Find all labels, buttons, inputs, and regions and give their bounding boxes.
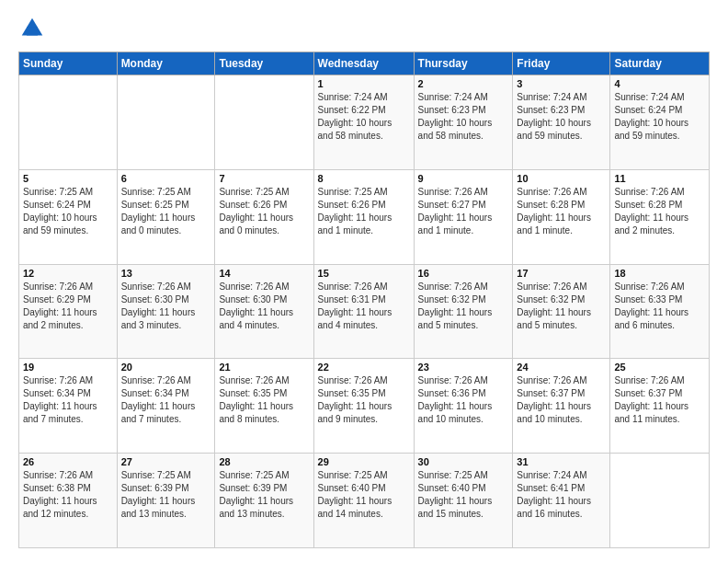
day-number: 23 [418, 362, 509, 373]
day-number: 9 [418, 173, 509, 184]
day-number: 4 [614, 78, 705, 89]
calendar-cell [117, 75, 215, 170]
day-number: 3 [517, 78, 606, 89]
day-info: Sunrise: 7:24 AM Sunset: 6:23 PM Dayligh… [418, 91, 509, 143]
day-info: Sunrise: 7:26 AM Sunset: 6:30 PM Dayligh… [219, 281, 309, 332]
calendar-week-row: 1Sunrise: 7:24 AM Sunset: 6:22 PM Daylig… [19, 75, 710, 170]
calendar-cell: 28Sunrise: 7:25 AM Sunset: 6:39 PM Dayli… [215, 454, 313, 548]
day-number: 27 [121, 456, 211, 467]
calendar-cell: 7Sunrise: 7:25 AM Sunset: 6:26 PM Daylig… [215, 169, 313, 264]
calendar-week-row: 26Sunrise: 7:26 AM Sunset: 6:38 PM Dayli… [19, 454, 710, 548]
day-info: Sunrise: 7:25 AM Sunset: 6:26 PM Dayligh… [219, 186, 309, 237]
day-info: Sunrise: 7:24 AM Sunset: 6:24 PM Dayligh… [614, 91, 705, 143]
calendar-cell: 27Sunrise: 7:25 AM Sunset: 6:39 PM Dayli… [117, 454, 215, 548]
calendar-cell [215, 75, 313, 170]
header [18, 15, 710, 42]
day-number: 21 [219, 362, 309, 373]
calendar-cell [610, 454, 710, 548]
calendar-cell: 15Sunrise: 7:26 AM Sunset: 6:31 PM Dayli… [313, 264, 414, 359]
day-number: 24 [517, 362, 606, 373]
day-info: Sunrise: 7:26 AM Sunset: 6:31 PM Dayligh… [318, 281, 410, 332]
day-number: 18 [614, 268, 705, 279]
day-number: 16 [418, 268, 509, 279]
day-number: 6 [121, 173, 211, 184]
day-info: Sunrise: 7:26 AM Sunset: 6:38 PM Dayligh… [23, 469, 113, 521]
day-info: Sunrise: 7:26 AM Sunset: 6:32 PM Dayligh… [517, 281, 606, 332]
calendar-cell: 29Sunrise: 7:25 AM Sunset: 6:40 PM Dayli… [313, 454, 414, 548]
calendar-cell: 20Sunrise: 7:26 AM Sunset: 6:34 PM Dayli… [117, 359, 215, 454]
day-info: Sunrise: 7:26 AM Sunset: 6:29 PM Dayligh… [23, 281, 113, 332]
day-number: 1 [318, 78, 410, 89]
calendar-cell: 24Sunrise: 7:26 AM Sunset: 6:37 PM Dayli… [513, 359, 610, 454]
day-info: Sunrise: 7:26 AM Sunset: 6:34 PM Dayligh… [23, 374, 113, 426]
day-info: Sunrise: 7:25 AM Sunset: 6:26 PM Dayligh… [318, 186, 410, 237]
calendar-week-row: 12Sunrise: 7:26 AM Sunset: 6:29 PM Dayli… [19, 264, 710, 359]
calendar-cell: 4Sunrise: 7:24 AM Sunset: 6:24 PM Daylig… [610, 75, 710, 170]
day-of-week-header: Monday [117, 52, 215, 75]
logo [18, 15, 50, 42]
day-info: Sunrise: 7:26 AM Sunset: 6:28 PM Dayligh… [614, 186, 705, 237]
calendar-cell: 18Sunrise: 7:26 AM Sunset: 6:33 PM Dayli… [610, 264, 710, 359]
day-info: Sunrise: 7:24 AM Sunset: 6:22 PM Dayligh… [318, 91, 410, 143]
day-info: Sunrise: 7:25 AM Sunset: 6:24 PM Dayligh… [23, 186, 113, 237]
day-info: Sunrise: 7:25 AM Sunset: 6:40 PM Dayligh… [418, 469, 509, 521]
calendar-cell: 6Sunrise: 7:25 AM Sunset: 6:25 PM Daylig… [117, 169, 215, 264]
calendar-cell: 2Sunrise: 7:24 AM Sunset: 6:23 PM Daylig… [414, 75, 513, 170]
calendar-cell: 1Sunrise: 7:24 AM Sunset: 6:22 PM Daylig… [313, 75, 414, 170]
day-number: 14 [219, 268, 309, 279]
day-of-week-header: Sunday [19, 52, 118, 75]
day-number: 12 [23, 268, 113, 279]
day-of-week-header: Friday [513, 52, 610, 75]
day-number: 19 [23, 362, 113, 373]
day-number: 8 [318, 173, 410, 184]
calendar-cell: 11Sunrise: 7:26 AM Sunset: 6:28 PM Dayli… [610, 169, 710, 264]
day-number: 31 [517, 456, 606, 467]
day-info: Sunrise: 7:25 AM Sunset: 6:39 PM Dayligh… [121, 469, 211, 521]
day-number: 11 [614, 173, 705, 184]
day-number: 15 [318, 268, 410, 279]
day-number: 20 [121, 362, 211, 373]
day-of-week-header: Wednesday [313, 52, 414, 75]
day-info: Sunrise: 7:26 AM Sunset: 6:37 PM Dayligh… [517, 374, 606, 426]
calendar-cell: 31Sunrise: 7:24 AM Sunset: 6:41 PM Dayli… [513, 454, 610, 548]
calendar-cell: 30Sunrise: 7:25 AM Sunset: 6:40 PM Dayli… [414, 454, 513, 548]
day-info: Sunrise: 7:26 AM Sunset: 6:28 PM Dayligh… [517, 186, 606, 237]
calendar-cell: 5Sunrise: 7:25 AM Sunset: 6:24 PM Daylig… [19, 169, 118, 264]
calendar: SundayMondayTuesdayWednesdayThursdayFrid… [18, 52, 710, 548]
calendar-cell: 25Sunrise: 7:26 AM Sunset: 6:37 PM Dayli… [610, 359, 710, 454]
calendar-cell: 10Sunrise: 7:26 AM Sunset: 6:28 PM Dayli… [513, 169, 610, 264]
day-number: 5 [23, 173, 113, 184]
calendar-cell: 14Sunrise: 7:26 AM Sunset: 6:30 PM Dayli… [215, 264, 313, 359]
day-number: 10 [517, 173, 606, 184]
calendar-cell: 9Sunrise: 7:26 AM Sunset: 6:27 PM Daylig… [414, 169, 513, 264]
day-info: Sunrise: 7:25 AM Sunset: 6:39 PM Dayligh… [219, 469, 309, 521]
day-info: Sunrise: 7:26 AM Sunset: 6:30 PM Dayligh… [121, 281, 211, 332]
calendar-cell: 3Sunrise: 7:24 AM Sunset: 6:23 PM Daylig… [513, 75, 610, 170]
day-info: Sunrise: 7:26 AM Sunset: 6:33 PM Dayligh… [614, 281, 705, 332]
day-number: 25 [614, 362, 705, 373]
day-info: Sunrise: 7:25 AM Sunset: 6:40 PM Dayligh… [318, 469, 410, 521]
day-info: Sunrise: 7:26 AM Sunset: 6:32 PM Dayligh… [418, 281, 509, 332]
day-number: 22 [318, 362, 410, 373]
svg-rect-1 [27, 28, 38, 36]
day-of-week-header: Tuesday [215, 52, 313, 75]
day-number: 28 [219, 456, 309, 467]
day-number: 29 [318, 456, 410, 467]
day-number: 2 [418, 78, 509, 89]
day-info: Sunrise: 7:26 AM Sunset: 6:37 PM Dayligh… [614, 374, 705, 426]
logo-icon [18, 15, 46, 42]
day-info: Sunrise: 7:26 AM Sunset: 6:27 PM Dayligh… [418, 186, 509, 237]
day-number: 7 [219, 173, 309, 184]
calendar-cell: 13Sunrise: 7:26 AM Sunset: 6:30 PM Dayli… [117, 264, 215, 359]
day-info: Sunrise: 7:24 AM Sunset: 6:23 PM Dayligh… [517, 91, 606, 143]
page: SundayMondayTuesdayWednesdayThursdayFrid… [0, 0, 728, 563]
calendar-cell: 16Sunrise: 7:26 AM Sunset: 6:32 PM Dayli… [414, 264, 513, 359]
day-number: 13 [121, 268, 211, 279]
day-of-week-header: Saturday [610, 52, 710, 75]
calendar-cell [19, 75, 118, 170]
calendar-cell: 12Sunrise: 7:26 AM Sunset: 6:29 PM Dayli… [19, 264, 118, 359]
calendar-week-row: 19Sunrise: 7:26 AM Sunset: 6:34 PM Dayli… [19, 359, 710, 454]
day-info: Sunrise: 7:26 AM Sunset: 6:35 PM Dayligh… [219, 374, 309, 426]
calendar-cell: 23Sunrise: 7:26 AM Sunset: 6:36 PM Dayli… [414, 359, 513, 454]
day-info: Sunrise: 7:26 AM Sunset: 6:35 PM Dayligh… [318, 374, 410, 426]
